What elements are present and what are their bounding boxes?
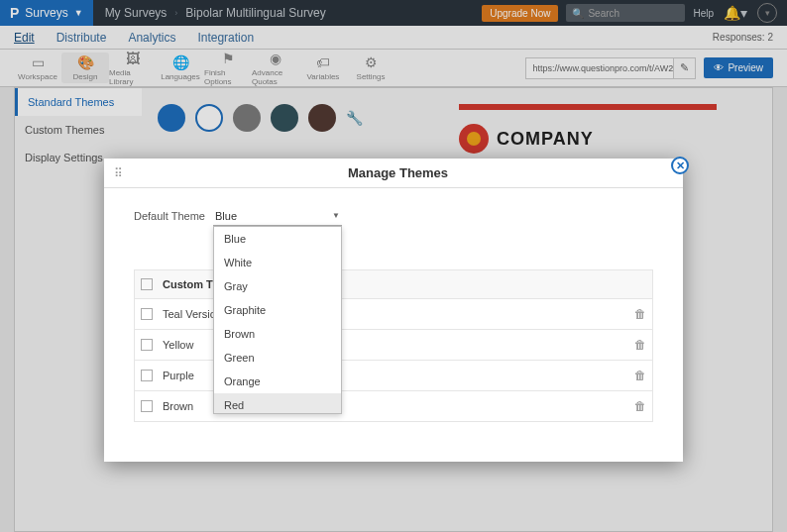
dropdown-option[interactable]: Orange <box>214 370 341 393</box>
default-theme-select[interactable]: Blue ▼ <box>213 206 342 226</box>
dropdown-option[interactable]: White <box>214 251 341 274</box>
checkbox[interactable] <box>141 278 153 290</box>
dropdown-option[interactable]: Graphite <box>214 298 341 322</box>
dropdown-option[interactable]: Brown <box>214 322 341 346</box>
dropdown-option[interactable]: Blue <box>214 227 341 251</box>
theme-row: Yellow🗑 <box>134 330 653 361</box>
trash-icon[interactable]: 🗑 <box>634 399 646 413</box>
trash-icon[interactable]: 🗑 <box>634 338 646 352</box>
manage-themes-modal: ⠿ Manage Themes ✕ Default Theme Blue ▼ B… <box>104 159 683 462</box>
theme-row: Teal Version🗑 <box>134 299 653 330</box>
close-icon[interactable]: ✕ <box>671 157 689 174</box>
modal-title: Manage Themes <box>123 165 673 180</box>
list-header: Custom Themes <box>134 269 653 299</box>
select-value: Blue <box>215 210 237 222</box>
dropdown-option[interactable]: Red <box>214 393 341 414</box>
chevron-down-icon: ▼ <box>332 211 340 220</box>
checkbox[interactable] <box>141 339 153 351</box>
theme-dropdown[interactable]: BlueWhiteGrayGraphiteBrownGreenOrangeRed… <box>213 226 342 414</box>
dropdown-option[interactable]: Gray <box>214 274 341 298</box>
default-theme-label: Default Theme <box>134 210 213 222</box>
theme-row: Purple🗑 <box>134 361 653 391</box>
checkbox[interactable] <box>141 308 153 320</box>
trash-icon[interactable]: 🗑 <box>634 307 646 321</box>
drag-handle-icon[interactable]: ⠿ <box>114 166 123 180</box>
checkbox[interactable] <box>141 400 153 412</box>
dropdown-option[interactable]: Green <box>214 346 341 370</box>
custom-themes-list: Custom Themes Teal Version🗑Yellow🗑Purple… <box>134 269 653 422</box>
modal-overlay: ⠿ Manage Themes ✕ Default Theme Blue ▼ B… <box>0 0 787 532</box>
trash-icon[interactable]: 🗑 <box>634 369 646 382</box>
checkbox[interactable] <box>141 370 153 381</box>
theme-row: Brown🗑 <box>134 391 653 422</box>
